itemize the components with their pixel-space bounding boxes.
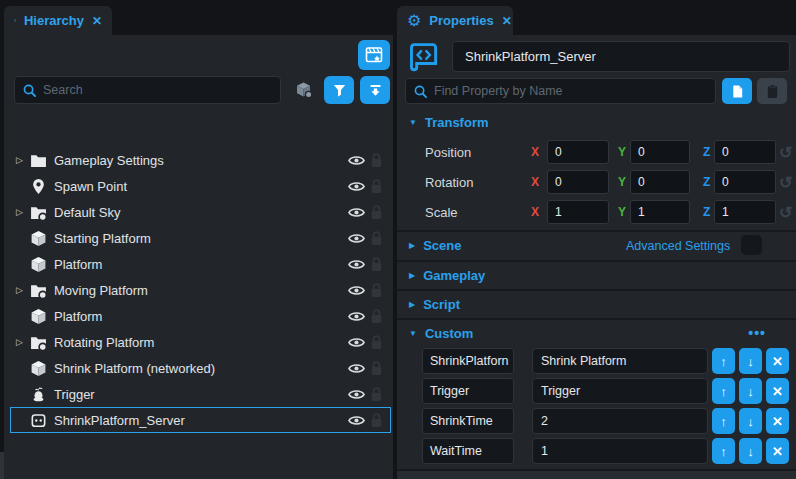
section-transform[interactable]: ▼ Transform	[397, 111, 796, 133]
axis-z-label: Z	[703, 145, 710, 159]
transform-row-label: Scale	[425, 205, 458, 220]
visibility-eye-icon[interactable]	[348, 282, 365, 299]
copy-properties-button[interactable]	[722, 78, 752, 104]
lock-icon[interactable]	[370, 309, 383, 324]
rotation-x-input[interactable]	[547, 170, 609, 194]
lock-icon[interactable]	[370, 413, 383, 428]
lock-icon[interactable]	[370, 231, 383, 246]
expand-caret-icon[interactable]: ▷	[16, 207, 28, 217]
lock-icon[interactable]	[370, 283, 383, 298]
tab-hierarchy[interactable]: Hierarchy ✕	[4, 6, 112, 35]
delete-property-button[interactable]: ✕	[766, 408, 789, 434]
property-value-input[interactable]	[532, 408, 708, 434]
expand-caret-icon[interactable]: ▷	[16, 337, 28, 347]
lock-icon[interactable]	[370, 179, 383, 194]
tree-item[interactable]: Platform	[10, 251, 391, 277]
paste-properties-button[interactable]	[757, 78, 787, 104]
x-icon: ✕	[772, 414, 783, 429]
visibility-eye-icon[interactable]	[348, 152, 365, 169]
property-key-field[interactable]: WaitTime	[422, 438, 514, 464]
visibility-eye-icon[interactable]	[348, 308, 365, 325]
section-scene[interactable]: ▶ Scene Advanced Settings	[397, 232, 796, 259]
tree-item-selected[interactable]: ShrinkPlatform_Server	[10, 407, 391, 433]
section-menu-icon[interactable]: •••	[748, 325, 766, 341]
close-icon[interactable]: ✕	[502, 14, 512, 28]
filter-button[interactable]	[324, 76, 354, 104]
tree-item[interactable]: Starting Platform	[10, 225, 391, 251]
tree-item[interactable]: ▷ Default Sky	[10, 199, 391, 225]
close-icon[interactable]: ✕	[92, 14, 102, 28]
collapse-all-button[interactable]	[360, 76, 390, 104]
lock-icon[interactable]	[370, 361, 383, 376]
delete-property-button[interactable]: ✕	[766, 438, 789, 464]
prefab-cube-icon[interactable]	[295, 81, 313, 99]
expand-caret-icon[interactable]: ▷	[16, 155, 28, 165]
move-up-button[interactable]: ↑	[712, 348, 735, 374]
search-input[interactable]	[14, 76, 281, 104]
scale-x-input[interactable]	[547, 200, 609, 224]
visibility-eye-icon[interactable]	[348, 204, 365, 221]
tree-item[interactable]: ▷ Gameplay Settings	[10, 147, 391, 173]
position-x-input[interactable]	[547, 140, 609, 164]
hierarchy-scrollbar[interactable]	[0, 452, 4, 479]
lock-icon[interactable]	[370, 153, 383, 168]
tree-item[interactable]: ▷ Rotating Platform	[10, 329, 391, 355]
visibility-eye-icon[interactable]	[348, 334, 365, 351]
showcase-button[interactable]	[358, 40, 390, 70]
tab-properties[interactable]: ⚙ Properties ✕	[397, 6, 513, 35]
position-z-input[interactable]	[714, 140, 776, 164]
section-title: Script	[423, 297, 460, 312]
visibility-eye-icon[interactable]	[348, 230, 365, 247]
expand-caret-icon[interactable]: ▷	[16, 285, 28, 295]
delete-property-button[interactable]: ✕	[766, 348, 789, 374]
property-search-input[interactable]	[405, 78, 716, 104]
section-gameplay[interactable]: ▶ Gameplay	[397, 262, 796, 288]
visibility-eye-icon[interactable]	[348, 386, 365, 403]
paste-icon	[765, 84, 780, 99]
axis-x-label: X	[531, 145, 539, 159]
lock-icon[interactable]	[370, 205, 383, 220]
property-key-field[interactable]: Trigger	[422, 378, 514, 404]
visibility-eye-icon[interactable]	[348, 256, 365, 273]
rotation-y-input[interactable]	[630, 170, 690, 194]
reset-icon[interactable]: ↺	[779, 203, 792, 222]
property-value-input[interactable]	[532, 378, 708, 404]
arrow-up-icon: ↑	[720, 354, 727, 369]
position-y-input[interactable]	[630, 140, 690, 164]
tree-item[interactable]: Spawn Point	[10, 173, 391, 199]
reset-icon[interactable]: ↺	[779, 143, 792, 162]
section-script[interactable]: ▶ Script	[397, 291, 796, 317]
move-up-button[interactable]: ↑	[712, 438, 735, 464]
move-down-button[interactable]: ↓	[739, 348, 762, 374]
section-custom[interactable]: ▼ Custom •••	[397, 320, 796, 346]
advanced-settings-link[interactable]: Advanced Settings	[626, 239, 730, 253]
rotation-z-input[interactable]	[714, 170, 776, 194]
caret-down-icon: ▼	[409, 329, 417, 338]
filter-icon	[332, 83, 347, 98]
property-key-field[interactable]: ShrinkTime	[422, 408, 514, 434]
tree-item[interactable]: ▷ Moving Platform	[10, 277, 391, 303]
delete-property-button[interactable]: ✕	[766, 378, 789, 404]
tree-item[interactable]: Trigger	[10, 381, 391, 407]
scale-y-input[interactable]	[630, 200, 690, 224]
lock-icon[interactable]	[370, 335, 383, 350]
tree-item[interactable]: Shrink Platform (networked)	[10, 355, 391, 381]
move-up-button[interactable]: ↑	[712, 378, 735, 404]
visibility-eye-icon[interactable]	[348, 412, 365, 429]
move-up-button[interactable]: ↑	[712, 408, 735, 434]
property-value-input[interactable]	[532, 438, 708, 464]
property-key-field[interactable]: ShrinkPlatforn	[422, 348, 514, 374]
advanced-settings-toggle[interactable]	[741, 235, 762, 255]
move-down-button[interactable]: ↓	[739, 438, 762, 464]
property-value-input[interactable]	[532, 348, 708, 374]
move-down-button[interactable]: ↓	[739, 378, 762, 404]
lock-icon[interactable]	[370, 257, 383, 272]
reset-icon[interactable]: ↺	[779, 173, 792, 192]
entity-name-input[interactable]	[452, 41, 790, 72]
move-down-button[interactable]: ↓	[739, 408, 762, 434]
lock-icon[interactable]	[370, 387, 383, 402]
tree-item[interactable]: Platform	[10, 303, 391, 329]
visibility-eye-icon[interactable]	[348, 360, 365, 377]
visibility-eye-icon[interactable]	[348, 178, 365, 195]
scale-z-input[interactable]	[714, 200, 776, 224]
